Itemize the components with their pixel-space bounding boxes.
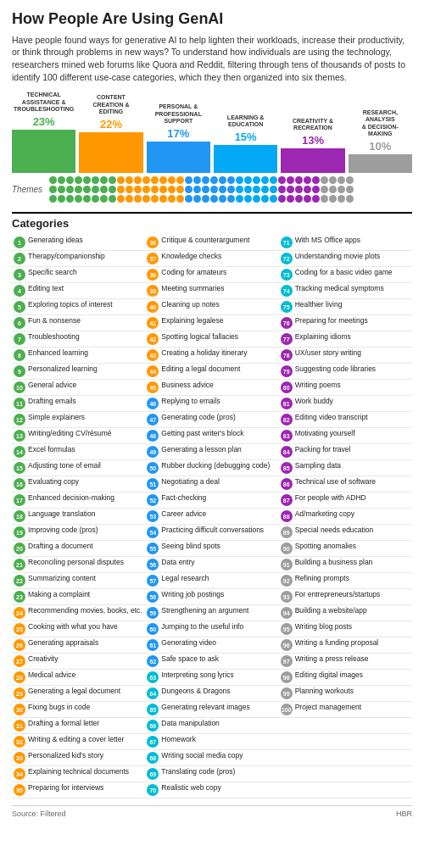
theme-dot — [210, 195, 218, 203]
list-item: 14Excel formulas — [12, 444, 145, 460]
list-item: 50Rubber ducking (debugging code) — [145, 460, 278, 476]
list-item: 73Coding for a basic video game — [279, 267, 412, 283]
categories-title: Categories — [12, 212, 412, 230]
bar-group: RESEARCH, ANALYSIS & DECISION- MAKING10% — [349, 109, 412, 173]
list-item: 62Safe space to ask — [145, 654, 278, 670]
footer-source: Source: Filtered — [12, 810, 66, 818]
category-text: For entrepreneurs/startups — [295, 590, 381, 599]
theme-dot — [117, 195, 125, 203]
list-item: 87For people with ADHD — [279, 492, 412, 509]
theme-dot — [304, 176, 311, 184]
theme-dot — [338, 176, 345, 184]
theme-dot — [134, 186, 142, 193]
list-item: 58Writing job postings — [145, 589, 278, 605]
category-text: Personalized kid's story — [28, 751, 103, 760]
category-text: Strengthening an argument — [161, 606, 248, 615]
list-item: 37Knowledge checks — [145, 251, 278, 267]
category-text: Adjusting tone of email — [28, 461, 101, 470]
category-text: Generating relevant images — [161, 703, 249, 712]
list-item: 38Coding for amateurs — [145, 267, 278, 283]
theme-dot — [227, 176, 235, 184]
list-item: 85Sampling data — [279, 460, 412, 476]
category-text: Safe space to ask — [161, 654, 219, 664]
bar-group: PERSONAL & PROFESSIONAL SUPPORT17% — [147, 103, 210, 172]
list-item: 83Motivating yourself — [279, 428, 412, 444]
theme-dot — [151, 176, 159, 184]
theme-dot — [168, 195, 176, 203]
dot-row — [49, 186, 412, 193]
bar-group: CONTENT CREATION & EDITING22% — [79, 94, 142, 172]
category-text: Seeing blind spots — [161, 542, 220, 551]
list-item: 2Therapy/companionship — [12, 251, 145, 267]
list-item: 60Jumping to the useful info — [145, 621, 278, 637]
category-text: Drafting a document — [28, 542, 93, 551]
theme-dot — [261, 176, 269, 184]
category-text: Fun & nonsense — [28, 316, 81, 326]
theme-dot — [202, 176, 209, 184]
list-item: 16Evaluating copy — [12, 476, 145, 492]
category-text: Planning workouts — [295, 687, 354, 696]
list-item: 7Troubleshooting — [12, 331, 145, 348]
theme-dot — [142, 195, 150, 203]
list-item: 9Personalized learning — [12, 364, 145, 380]
category-text: Motivating yourself — [295, 429, 355, 438]
list-item: 76Preparing for meetings — [279, 315, 412, 331]
list-item: 61Generating video — [145, 637, 278, 654]
theme-dot — [58, 195, 65, 203]
list-item: 49Generating a lesson plan — [145, 444, 278, 460]
list-item — [279, 734, 412, 750]
theme-dot — [346, 195, 354, 203]
list-item: 6Fun & nonsense — [12, 315, 145, 331]
list-item: 22Summarizing content — [12, 573, 145, 589]
list-item: 96Writing a funding proposal — [279, 637, 412, 654]
theme-dot — [134, 195, 142, 203]
list-item: 52Fact-checking — [145, 492, 278, 509]
category-text: Fact-checking — [161, 493, 206, 503]
theme-dot — [278, 195, 286, 203]
category-text: Technical use of software — [295, 477, 376, 487]
list-item: 41Explaining legalese — [145, 315, 278, 331]
theme-dot — [49, 186, 57, 193]
category-text: Cleaning up notes — [161, 300, 220, 309]
category-text: Rubber ducking (debugging code) — [161, 461, 270, 470]
list-item: 5Exploring topics of interest — [12, 299, 145, 315]
category-text: Writing/editing CV/résumé — [28, 429, 112, 438]
category-text: Explaining technical documents — [28, 767, 129, 776]
list-item: 33Personalized kid's story — [12, 750, 145, 766]
theme-dot — [151, 195, 159, 203]
category-text: Evaluating copy — [28, 477, 79, 487]
theme-dot — [92, 195, 99, 203]
list-item: 77Explaining idioms — [279, 331, 412, 348]
category-text: Understanding movie plots — [295, 252, 381, 261]
category-text: Writing blog posts — [295, 622, 352, 632]
list-item: 70Realistic web copy — [145, 782, 278, 798]
list-item: 91Building a business plan — [279, 557, 412, 573]
footer-brand: HBR — [396, 810, 412, 818]
list-item: 30Fixing bugs in code — [12, 702, 145, 718]
theme-dot — [244, 195, 252, 203]
category-text: Excel formulas — [28, 445, 75, 454]
category-text: Suggesting code libraries — [295, 364, 376, 374]
list-item: 55Seeing blind spots — [145, 541, 278, 557]
list-item: 100Project management — [279, 702, 412, 718]
category-text: Troubleshooting — [28, 332, 80, 342]
theme-dot — [270, 186, 277, 193]
list-item: 18Language translation — [12, 509, 145, 525]
theme-dot — [117, 176, 125, 184]
category-text: Building a business plan — [295, 558, 373, 567]
theme-dot — [295, 186, 303, 193]
category-text: Preparing for meetings — [295, 316, 368, 326]
category-text: Project management — [295, 703, 361, 712]
theme-dot — [270, 176, 277, 184]
theme-dot — [295, 176, 303, 184]
theme-dot — [287, 195, 294, 203]
theme-dot — [278, 186, 286, 193]
theme-dot — [236, 176, 243, 184]
category-text: Enhanced learning — [28, 348, 88, 358]
theme-dot — [66, 176, 74, 184]
list-item: 80Writing poems — [279, 380, 412, 396]
category-text: Fixing bugs in code — [28, 703, 90, 712]
category-text: Coding for a basic video game — [295, 268, 393, 277]
theme-dot — [202, 186, 209, 193]
theme-dot — [312, 176, 320, 184]
